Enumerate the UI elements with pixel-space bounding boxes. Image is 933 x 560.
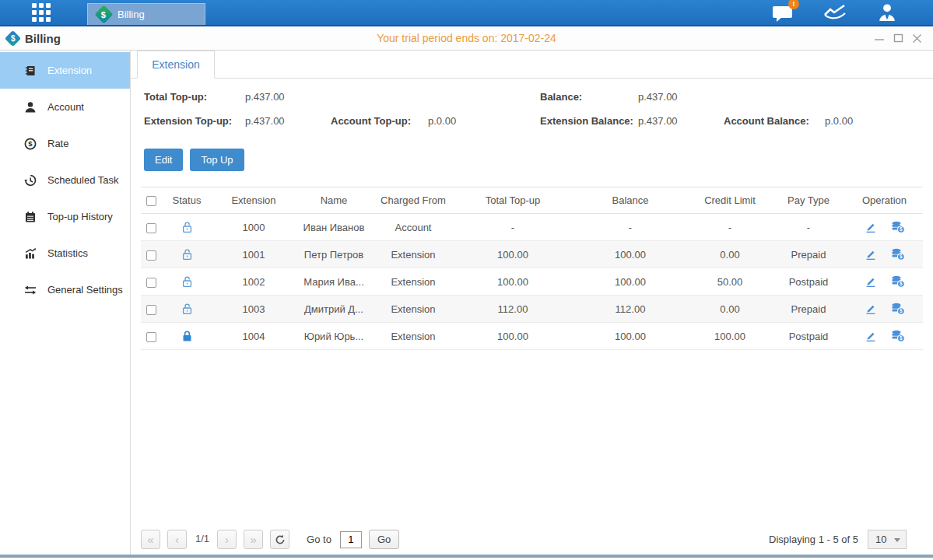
column-header-operation: Operation	[846, 187, 923, 214]
lock-open-icon	[181, 248, 193, 261]
tab-extension[interactable]: Extension	[137, 51, 215, 79]
cell-credit-limit: -	[689, 214, 771, 241]
lock-open-icon	[181, 275, 193, 288]
window-title: Billing	[25, 32, 61, 45]
sidebar-item-top-up-history[interactable]: Top-up History	[0, 198, 130, 235]
sidebar-item-account[interactable]: Account	[0, 89, 130, 125]
cell-extension: 1000	[212, 214, 295, 241]
reports-chart-icon[interactable]	[823, 3, 847, 22]
goto-label: Go to	[307, 534, 331, 545]
edit-button[interactable]: Edit	[144, 149, 183, 171]
cell-pay-type: -	[771, 214, 846, 241]
edit-row-icon[interactable]	[865, 303, 877, 315]
lock-open-icon	[181, 303, 193, 315]
balance-label: Balance:	[540, 91, 582, 103]
sidebar-item-statistics[interactable]: Statistics	[0, 235, 130, 271]
cell-pay-type: Prepaid	[771, 296, 846, 323]
svg-text:$: $	[28, 139, 33, 148]
page-size-value: 10	[875, 534, 886, 545]
account-icon	[23, 101, 37, 114]
user-account-icon[interactable]	[877, 2, 897, 23]
next-page-button[interactable]: ›	[217, 530, 237, 549]
page-size-select[interactable]: 10	[868, 530, 907, 549]
top-application-bar: $ Billing !	[0, 0, 933, 26]
sidebar-item-rate[interactable]: $Rate	[0, 125, 130, 162]
svg-text:$: $	[900, 282, 903, 288]
billing-app-icon: $	[94, 5, 113, 23]
row-checkbox[interactable]	[146, 278, 156, 288]
table-row-1000: 1000Иван ИвановAccount----$	[141, 214, 923, 241]
cell-name: Мария Ива...	[295, 268, 373, 296]
apps-grid-icon[interactable]	[30, 1, 53, 24]
account-topup-label: Account Top-up:	[331, 115, 411, 127]
top-up-button[interactable]: Top Up	[190, 149, 244, 171]
cell-charged-from: Extension	[373, 241, 454, 268]
row-checkbox[interactable]	[146, 223, 156, 233]
first-page-button[interactable]: «	[141, 530, 160, 549]
cell-total-topup: -	[454, 214, 572, 241]
row-checkbox[interactable]	[146, 250, 156, 261]
row-checkbox[interactable]	[146, 332, 156, 342]
balance-value: p.437.00	[638, 91, 678, 103]
sidebar-item-label: Extension	[47, 65, 92, 76]
cell-name: Юрий Юрь...	[295, 323, 373, 350]
billing-summary: Total Top-up: p.437.00 Balance: p.437.00…	[131, 79, 933, 149]
cell-total-topup: 100.00	[454, 268, 572, 296]
chevron-down-icon	[894, 538, 900, 545]
topup-row-icon[interactable]: $	[891, 248, 905, 261]
rate-icon: $	[23, 138, 37, 150]
last-page-button[interactable]: »	[244, 530, 263, 549]
sidebar-item-general-settings[interactable]: General Settings	[0, 271, 130, 308]
refresh-button[interactable]	[270, 530, 289, 549]
cell-extension: 1004	[212, 323, 295, 350]
topup-row-icon[interactable]: $	[891, 275, 905, 288]
close-button[interactable]	[912, 33, 922, 44]
account-topup-value: p.0.00	[428, 115, 456, 127]
column-header-charged-from: Charged From	[373, 187, 454, 214]
extension-topup-label: Extension Top-up:	[144, 115, 232, 127]
cell-total-topup: 112.00	[454, 296, 572, 323]
topup-row-icon[interactable]: $	[891, 303, 905, 315]
cell-credit-limit: 100.00	[689, 323, 771, 350]
sidebar-item-label: Scheduled Task	[47, 174, 119, 186]
statistics-icon	[23, 247, 37, 260]
table-row-1001: 1001Петр ПетровExtension100.00100.000.00…	[141, 241, 923, 268]
edit-row-icon[interactable]	[865, 248, 877, 261]
select-all-checkbox[interactable]	[146, 196, 156, 206]
messages-icon[interactable]: !	[772, 4, 793, 22]
cell-balance: 100.00	[572, 268, 689, 296]
row-checkbox[interactable]	[146, 305, 156, 315]
refresh-icon	[275, 534, 286, 545]
minimize-button[interactable]	[874, 33, 885, 43]
cell-balance: 100.00	[572, 241, 689, 268]
cell-total-topup: 100.00	[454, 241, 572, 268]
first-page-icon: «	[147, 533, 153, 546]
cell-credit-limit: 0.00	[689, 241, 771, 268]
cell-pay-type: Postpaid	[771, 323, 846, 350]
general-settings-icon	[23, 284, 37, 296]
billing-window-icon: $	[5, 30, 21, 46]
cell-name: Дмитрий Д...	[295, 296, 373, 323]
page-indicator: 1/1	[195, 533, 209, 544]
window-titlebar: $ Billing Your trial period ends on: 201…	[0, 26, 933, 51]
topup-row-icon[interactable]: $	[891, 221, 905, 233]
taskbar-tab-billing[interactable]: $ Billing	[87, 3, 205, 25]
edit-row-icon[interactable]	[865, 330, 877, 342]
account-balance-value: p.0.00	[825, 115, 853, 127]
scheduled-task-icon	[23, 174, 37, 187]
last-page-icon: »	[250, 533, 256, 546]
edit-row-icon[interactable]	[865, 221, 877, 233]
edit-row-icon[interactable]	[865, 275, 877, 288]
lock-open-icon	[181, 221, 193, 233]
cell-balance: 100.00	[572, 323, 689, 350]
sidebar-item-extension[interactable]: Extension	[0, 52, 130, 89]
topup-row-icon[interactable]: $	[891, 330, 905, 342]
cell-extension: 1003	[212, 296, 295, 323]
column-header-total-top-up: Total Top-up	[454, 187, 572, 214]
sidebar-item-scheduled-task[interactable]: Scheduled Task	[0, 162, 130, 198]
go-button[interactable]: Go	[369, 530, 399, 549]
taskbar-tab-label: Billing	[118, 9, 145, 20]
maximize-button[interactable]	[893, 33, 903, 43]
prev-page-button[interactable]: ‹	[167, 530, 187, 549]
goto-page-input[interactable]	[340, 531, 362, 548]
